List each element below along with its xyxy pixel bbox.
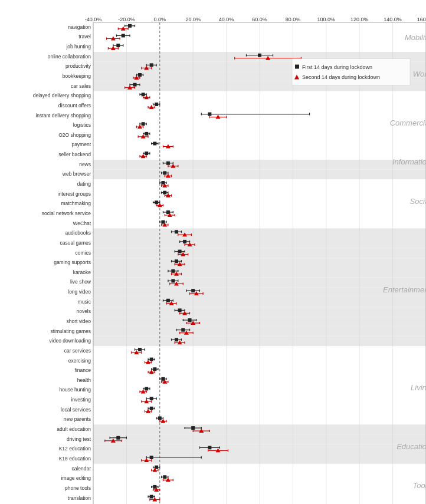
chart-container [0, 0, 426, 504]
